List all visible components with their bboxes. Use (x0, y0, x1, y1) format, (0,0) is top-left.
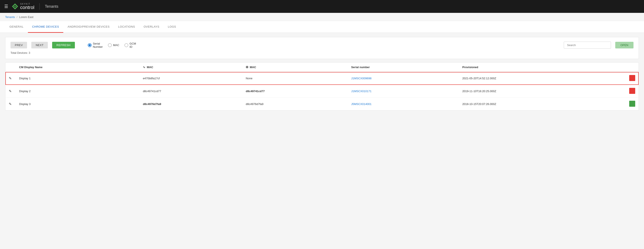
row-display-name: Display 1 (16, 72, 140, 85)
row-edit-cell: ✎ (5, 85, 16, 98)
tabs-container: GENERAL CHROME DEVICES ANDROID/PREVIEW D… (0, 21, 644, 33)
header-divider (40, 3, 40, 10)
row-serial-number[interactable]: J1MSCX009698 (348, 72, 459, 85)
table-row[interactable]: ✎ Display 3 d8c4976d7fa9 d8c4976d7fa9 J5… (5, 98, 639, 111)
row-serial-number[interactable]: J5MSCX014001 (348, 98, 459, 111)
tab-overlays[interactable]: OVERLAYS (139, 21, 164, 33)
row-wifi-mac: e470b8fa17cf (140, 72, 242, 85)
table-header: CM Display Name ∿ MAC ✠ MAC Serial numbe… (5, 63, 639, 72)
row-status (626, 85, 639, 98)
col-provisioned: Provisioned (459, 63, 626, 72)
usb-icon: ✠ (246, 66, 248, 69)
breadcrumb-current: Lorem East (19, 15, 33, 19)
status-indicator (629, 101, 635, 107)
col-edit (5, 63, 16, 72)
row-display-name: Display 2 (16, 85, 140, 98)
edit-icon[interactable]: ✎ (9, 89, 12, 93)
row-provisioned: 2021-05-20T14:52:12.000Z (459, 72, 626, 85)
main-content: PREV NEXT REFRESH SerialNumber MAC GCMID… (0, 33, 644, 115)
logo-icon (12, 3, 18, 10)
row-usb-mac: d8c49741cd77 (242, 85, 348, 98)
brand-control: control (20, 5, 34, 10)
status-indicator (629, 75, 635, 81)
tab-logs[interactable]: LOGS (164, 21, 180, 33)
breadcrumb-separator: / (17, 15, 18, 19)
radio-serial-circle (88, 43, 92, 47)
row-status (626, 72, 639, 85)
app-header: ☰ SKYKIT control Tenants (0, 0, 644, 13)
col-serial-number: Serial number (348, 63, 459, 72)
radio-gcm[interactable]: GCMID (124, 42, 136, 48)
row-provisioned: 2018-10-15T20:07:26.000Z (459, 98, 626, 111)
tab-general[interactable]: GENERAL (5, 21, 28, 33)
tab-locations[interactable]: LOCATIONS (114, 21, 140, 33)
serial-link[interactable]: J1MSCX009698 (351, 77, 372, 80)
row-provisioned: 2019-11-10T16:20:25.000Z (459, 85, 626, 98)
row-usb-mac: None (242, 72, 348, 85)
controls-row: PREV NEXT REFRESH SerialNumber MAC GCMID… (10, 41, 634, 49)
radio-serial[interactable]: SerialNumber (88, 42, 103, 48)
menu-icon[interactable]: ☰ (4, 4, 8, 9)
radio-gcm-circle (124, 43, 128, 47)
col-wifi-mac: ∿ MAC (140, 63, 242, 72)
row-wifi-mac: d8c49741cd77 (140, 85, 242, 98)
table-card: CM Display Name ∿ MAC ✠ MAC Serial numbe… (5, 62, 639, 111)
radio-mac-label: MAC (113, 43, 119, 47)
brand-text: SKYKIT control (20, 3, 34, 10)
row-edit-cell: ✎ (5, 98, 16, 111)
serial-link[interactable]: J1MSCX010171 (351, 90, 372, 93)
serial-link[interactable]: J5MSCX014001 (351, 102, 372, 106)
breadcrumb-tenants-link[interactable]: Tenants (5, 15, 15, 19)
status-indicator (629, 88, 635, 94)
tab-chrome-devices[interactable]: CHROME DEVICES (28, 21, 63, 33)
row-wifi-mac: d8c4976d7fa9 (140, 98, 242, 111)
next-button[interactable]: NEXT (31, 42, 48, 48)
logo: SKYKIT control (12, 3, 34, 10)
edit-icon[interactable]: ✎ (9, 76, 12, 80)
devices-table: CM Display Name ∿ MAC ✠ MAC Serial numbe… (5, 63, 639, 110)
tab-android-preview[interactable]: ANDROID/PREVIEW DEVICES (63, 21, 114, 33)
col-usb-mac: ✠ MAC (242, 63, 348, 72)
radio-mac[interactable]: MAC (108, 43, 119, 47)
header-title: Tenants (45, 4, 58, 9)
table-body: ✎ Display 1 e470b8fa17cf None J1MSCX0096… (5, 72, 639, 111)
table-row[interactable]: ✎ Display 1 e470b8fa17cf None J1MSCX0096… (5, 72, 639, 85)
table-row[interactable]: ✎ Display 2 d8c49741cd77 d8c49741cd77 J1… (5, 85, 639, 98)
row-status (626, 98, 639, 111)
row-edit-cell: ✎ (5, 72, 16, 85)
total-devices-label: Total Devices: 3 (10, 51, 634, 54)
wifi-icon: ∿ (143, 66, 145, 69)
controls-card: PREV NEXT REFRESH SerialNumber MAC GCMID… (5, 37, 639, 59)
col-status (626, 63, 639, 72)
edit-icon[interactable]: ✎ (9, 102, 12, 106)
open-button[interactable]: OPEN (615, 42, 634, 48)
radio-group: SerialNumber MAC GCMID (88, 42, 136, 48)
radio-mac-circle (108, 43, 112, 47)
prev-button[interactable]: PREV (10, 42, 27, 48)
radio-serial-label: SerialNumber (93, 42, 103, 48)
search-input[interactable] (564, 41, 611, 49)
refresh-button[interactable]: REFRESH (52, 42, 75, 48)
row-serial-number[interactable]: J1MSCX010171 (348, 85, 459, 98)
col-display-name: CM Display Name (16, 63, 140, 72)
row-display-name: Display 3 (16, 98, 140, 111)
breadcrumb: Tenants / Lorem East (0, 13, 644, 21)
radio-gcm-label: GCMID (130, 42, 136, 48)
row-usb-mac: d8c4976d7fa9 (242, 98, 348, 111)
